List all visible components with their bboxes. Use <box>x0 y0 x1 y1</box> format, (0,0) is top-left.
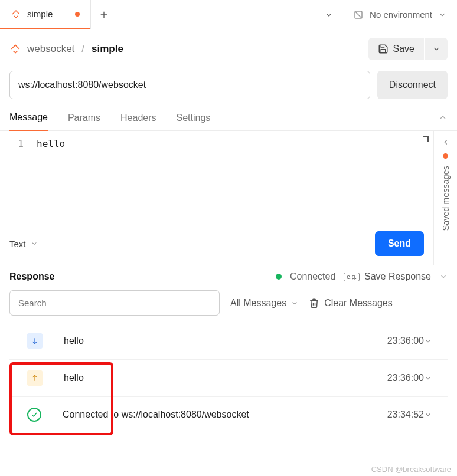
message-editor[interactable]: 1 hello <box>0 131 433 225</box>
clear-messages-label: Clear Messages <box>324 298 393 308</box>
send-button[interactable]: Send <box>375 231 424 256</box>
save-response-button[interactable]: e.g. Save Response <box>344 271 431 282</box>
chevron-left-icon <box>442 138 450 146</box>
request-tabs: Message Params Headers Settings <box>0 109 457 131</box>
disconnect-label: Disconnect <box>389 80 436 90</box>
format-label: Text <box>9 239 26 249</box>
tab-settings[interactable]: Settings <box>177 109 211 130</box>
message-text: hello <box>64 336 84 346</box>
resize-grip-icon[interactable] <box>423 136 429 142</box>
message-text: Connected to ws://localhost:8080/websock… <box>63 409 249 420</box>
response-header: Response Connected e.g. Save Response <box>0 265 457 287</box>
expand-message-button[interactable] <box>424 374 448 382</box>
breadcrumb-parent[interactable]: websocket <box>27 43 74 55</box>
message-text: hello <box>64 373 84 383</box>
message-time: 23:34:52 <box>387 409 424 420</box>
response-options-button[interactable] <box>439 273 448 281</box>
response-title: Response <box>9 271 54 282</box>
message-row-connected[interactable]: Connected to ws://localhost:8080/websock… <box>9 396 448 432</box>
chevron-down-icon <box>324 10 334 19</box>
saved-messages-rail[interactable]: Saved messages <box>433 131 457 265</box>
send-button-label: Send <box>388 238 411 248</box>
save-button-label: Save <box>393 44 414 54</box>
tab-simple[interactable]: simple <box>0 0 90 29</box>
connection-status-text: Connected <box>290 271 335 282</box>
arrow-down-icon <box>27 333 43 349</box>
send-row: Text Send <box>0 225 433 265</box>
trash-icon <box>309 298 319 308</box>
breadcrumb: websocket / simple <box>27 43 123 55</box>
connection-status-icon <box>276 274 282 280</box>
message-row-incoming[interactable]: hello 23:36:00 <box>9 323 448 359</box>
tab-label: simple <box>27 9 53 19</box>
chevron-up-icon <box>438 113 448 122</box>
format-selector[interactable]: Text <box>9 239 38 249</box>
breadcrumb-current: simple <box>92 43 123 55</box>
clear-messages-button[interactable]: Clear Messages <box>309 298 393 308</box>
arrow-up-icon <box>27 370 43 386</box>
unsaved-dot-icon <box>443 153 448 159</box>
message-filter-label: All Messages <box>230 298 286 308</box>
tab-params[interactable]: Params <box>68 109 100 130</box>
message-time: 23:36:00 <box>387 336 424 346</box>
message-time: 23:36:00 <box>387 373 424 383</box>
environment-selector[interactable]: No environment <box>342 0 457 29</box>
breadcrumb-separator: / <box>81 43 84 55</box>
response-filter-row: All Messages Clear Messages <box>0 287 457 323</box>
tab-headers[interactable]: Headers <box>120 109 156 130</box>
chevron-down-icon <box>291 300 298 307</box>
tab-message[interactable]: Message <box>9 109 48 131</box>
chevron-down-icon <box>439 273 448 281</box>
editor-gutter: 1 <box>0 131 32 225</box>
tabs-overflow-button[interactable] <box>316 0 342 29</box>
code-line: hello <box>37 138 429 149</box>
websocket-icon <box>9 43 21 55</box>
save-icon <box>378 44 389 54</box>
line-number: 1 <box>0 138 24 149</box>
check-circle-icon <box>27 408 41 422</box>
url-row: Disconnect <box>0 66 457 109</box>
svg-line-1 <box>355 11 362 18</box>
save-options-button[interactable] <box>425 38 448 60</box>
message-filter-selector[interactable]: All Messages <box>230 298 298 308</box>
expand-rail-button[interactable] <box>442 138 450 146</box>
message-list: hello 23:36:00 hello 23:36:00 Connected … <box>0 323 457 432</box>
chevron-down-icon <box>432 45 440 53</box>
top-tab-bar: simple No environment <box>0 0 457 29</box>
save-response-label: Save Response <box>364 271 431 282</box>
url-input[interactable] <box>9 71 370 99</box>
expand-message-button[interactable] <box>424 337 448 345</box>
chevron-down-icon <box>424 411 432 419</box>
new-tab-button[interactable] <box>91 0 117 29</box>
chevron-down-icon <box>31 240 38 247</box>
collapse-request-button[interactable] <box>438 113 448 127</box>
search-input[interactable] <box>9 290 220 316</box>
websocket-icon <box>11 9 21 19</box>
chevron-down-icon <box>424 337 432 345</box>
no-environment-icon <box>353 9 364 20</box>
watermark: CSDN @breaksoftware <box>371 465 451 474</box>
breadcrumb-row: websocket / simple Save <box>0 29 457 66</box>
example-badge-icon: e.g. <box>344 273 360 281</box>
expand-message-button[interactable] <box>424 411 448 419</box>
plus-icon <box>99 10 109 19</box>
chevron-down-icon <box>438 11 446 19</box>
editor-content[interactable]: hello <box>32 131 433 225</box>
save-button[interactable]: Save <box>368 38 424 60</box>
saved-messages-label: Saved messages <box>441 166 451 231</box>
chevron-down-icon <box>424 374 432 382</box>
unsaved-dot-icon <box>75 12 80 17</box>
environment-label: No environment <box>370 9 432 19</box>
disconnect-button[interactable]: Disconnect <box>377 71 448 99</box>
message-row-outgoing[interactable]: hello 23:36:00 <box>9 359 448 396</box>
